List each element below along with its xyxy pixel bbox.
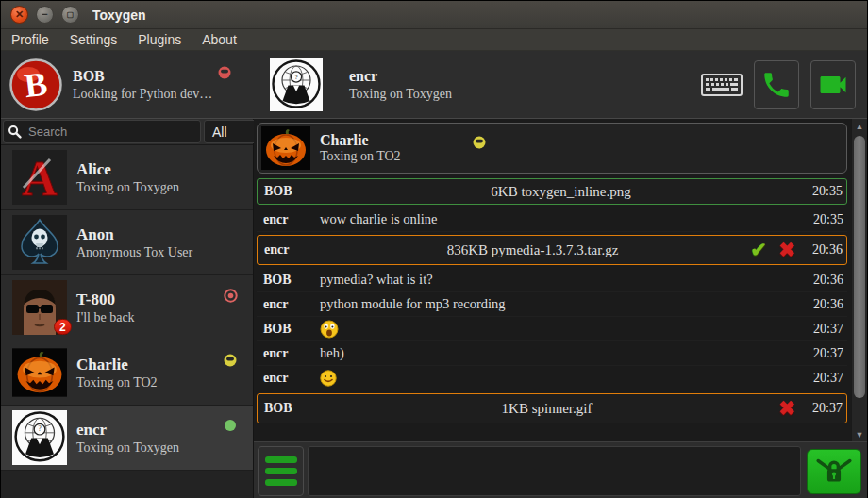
contact-item-anon[interactable]: AnonAnonymous Tox User <box>1 210 253 275</box>
video-call-button[interactable] <box>810 60 856 109</box>
menu-about[interactable]: About <box>192 29 247 50</box>
unread-badge: 2 <box>54 319 72 335</box>
search-row: All ▼ <box>1 119 253 145</box>
toxygen-window: ✕ − ▢ Toxygen Profile Settings Plugins A… <box>0 0 868 498</box>
file-transfer-row: BOB6KB toxygen_inline.png20:35 <box>257 178 847 205</box>
hamburger-icon <box>265 456 297 463</box>
active-contact-status-message: Toxing on Toxygen <box>349 87 452 102</box>
status-online-icon <box>224 419 238 433</box>
contact-item-charlie[interactable]: CharlieToxing on TO2 <box>1 340 253 406</box>
audio-call-button[interactable] <box>754 60 799 109</box>
titlebar[interactable]: ✕ − ▢ Toxygen <box>1 1 867 29</box>
contact-status-message: Toxing on Toxygen <box>76 180 179 195</box>
menubar: Profile Settings Plugins About <box>1 29 867 51</box>
message-input[interactable] <box>308 446 801 496</box>
window-title: Toxygen <box>92 8 146 23</box>
search-input[interactable] <box>26 124 196 140</box>
peer-name: Charlie <box>320 132 401 149</box>
message-row: encrheh)20:37 <box>257 341 847 366</box>
message-time: 20:36 <box>802 273 847 288</box>
contact-info: T-800I'll be back <box>76 290 135 325</box>
search-icon <box>8 124 22 139</box>
self-info: BOB Looking for Python dev… <box>73 68 212 102</box>
message-row: encr20:37 <box>257 366 847 390</box>
main-area: All ▼ AAliceToxing on ToxygenAnonAnonymo… <box>1 119 867 498</box>
message-text: python module for mp3 recording <box>320 296 506 312</box>
minimize-button[interactable]: − <box>36 6 54 24</box>
message-author: encr <box>257 212 320 227</box>
contact-status-message: Toxing on TO2 <box>76 375 158 390</box>
message-author: encr <box>257 346 320 361</box>
file-transfer-row: BOB1KB spinner.gif✖20:37 <box>257 393 847 423</box>
contact-name: Alice <box>76 160 179 179</box>
smiley-smile-icon <box>320 370 337 387</box>
message-row: BOB20:37 <box>257 317 847 341</box>
message-author: encr <box>257 297 320 312</box>
contact-avatar: A <box>12 150 67 205</box>
menu-plugins[interactable]: Plugins <box>127 29 192 50</box>
active-contact-header: ? encr Toxing on Toxygen <box>254 51 701 118</box>
message-time: 20:36 <box>802 297 847 312</box>
scrollbar[interactable]: ▲ ▼ <box>851 119 867 441</box>
status-away-icon <box>473 136 486 149</box>
search-box <box>3 120 201 143</box>
sidebar: All ▼ AAliceToxing on ToxygenAnonAnonymo… <box>1 119 254 498</box>
message-author: BOB <box>257 322 320 337</box>
contact-item-t-800[interactable]: T-800I'll be back2 <box>1 275 253 340</box>
maximize-icon: ▢ <box>67 10 75 18</box>
contact-name: Anon <box>76 225 192 244</box>
scrollbar-thumb[interactable] <box>854 136 865 398</box>
accept-transfer-button[interactable]: ✔ <box>744 241 773 260</box>
contact-avatar: ? <box>12 410 67 465</box>
message-author: encr <box>258 242 321 257</box>
status-away-icon <box>224 354 238 368</box>
contact-item-alice[interactable]: AAliceToxing on Toxygen <box>1 145 253 210</box>
contact-info: encrToxing on Toxygen <box>76 421 179 456</box>
self-avatar[interactable]: B <box>8 58 63 112</box>
message-time: 20:37 <box>801 401 846 416</box>
menu-profile[interactable]: Profile <box>1 29 59 50</box>
cancel-transfer-button[interactable]: ✖ <box>773 241 801 260</box>
keyboard-icon[interactable] <box>701 73 743 97</box>
message-text: 1KB spinner.gif <box>502 401 593 417</box>
cancel-transfer-button[interactable]: ✖ <box>773 399 801 419</box>
smiley-shocked-icon <box>320 320 339 339</box>
chat-pane: Charlie Toxing on TO2 BOB6KB toxygen_inl… <box>254 119 867 498</box>
message-author: BOB <box>257 273 320 288</box>
self-profile[interactable]: B BOB Looking for Python dev… <box>1 51 254 118</box>
attach-menu-button[interactable] <box>258 446 304 496</box>
send-button[interactable] <box>807 449 861 494</box>
active-contact-name: encr <box>349 68 452 85</box>
top-panel: B BOB Looking for Python dev… ? encr Tox… <box>1 51 867 119</box>
close-button[interactable]: ✕ <box>10 6 28 24</box>
message-text: 836KB pymedia-1.3.7.3.tar.gz <box>447 242 619 258</box>
status-busy-icon[interactable] <box>218 66 231 79</box>
file-transfer-row: encr836KB pymedia-1.3.7.3.tar.gz✔✖20:36 <box>257 235 847 265</box>
message-text: pymedia? what is it? <box>320 272 433 288</box>
message-history: Charlie Toxing on TO2 BOB6KB toxygen_inl… <box>254 119 867 441</box>
message-row: BOBpymedia? what is it?20:36 <box>257 268 847 292</box>
message-time: 20:36 <box>801 242 846 257</box>
contact-status-message: I'll be back <box>76 310 135 325</box>
scroll-down-icon[interactable]: ▼ <box>852 427 867 441</box>
contact-status-message: Toxing on Toxygen <box>76 440 179 456</box>
message-text: 6KB toxygen_inline.png <box>491 184 630 200</box>
status-busy-ring-icon <box>224 289 238 303</box>
tox-lock-icon <box>812 455 856 489</box>
message-time: 20:37 <box>802 346 847 361</box>
svg-text:A: A <box>22 152 58 205</box>
message-time: 20:37 <box>802 371 847 386</box>
self-name: BOB <box>73 68 212 85</box>
peer-status-message: Toxing on TO2 <box>320 149 401 164</box>
contact-avatar <box>12 345 67 400</box>
active-contact-info: encr Toxing on Toxygen <box>349 68 452 102</box>
contact-item-encr[interactable]: ?encrToxing on Toxygen <box>1 406 253 471</box>
menu-settings[interactable]: Settings <box>59 29 128 50</box>
message-row: encrpython module for mp3 recording20:36 <box>257 292 847 317</box>
scroll-up-icon[interactable]: ▲ <box>852 119 867 133</box>
message-author: encr <box>257 371 320 386</box>
maximize-button[interactable]: ▢ <box>61 6 79 24</box>
chat-peer-card[interactable]: Charlie Toxing on TO2 <box>257 123 847 174</box>
message-text: wow charlie is online <box>320 211 437 227</box>
contact-status-message: Anonymous Tox User <box>76 245 192 260</box>
